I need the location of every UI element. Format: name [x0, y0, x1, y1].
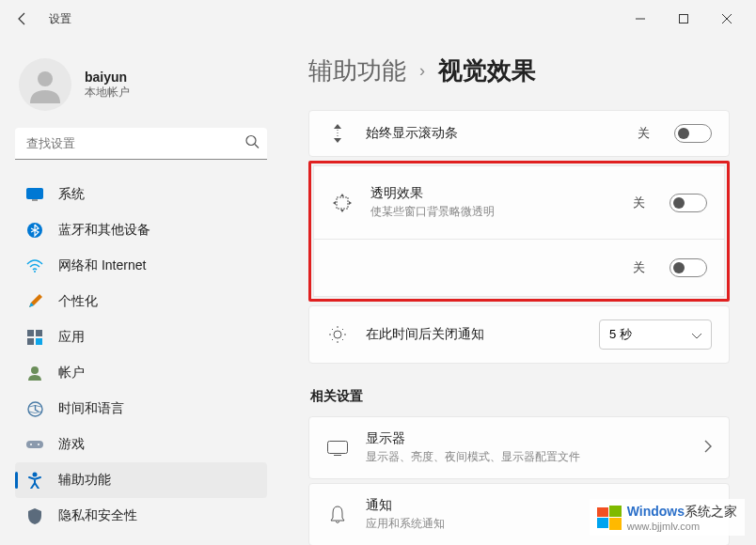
profile-name: baiyun: [85, 70, 130, 85]
unnamed-toggle[interactable]: [669, 258, 707, 277]
sun-icon: [326, 325, 349, 344]
svg-point-18: [33, 473, 38, 477]
transparency-toggle[interactable]: [669, 194, 707, 212]
svg-rect-10: [36, 330, 42, 336]
breadcrumb: 辅助功能 › 视觉效果: [308, 54, 730, 87]
privacy-icon: [26, 507, 43, 524]
back-arrow-icon: [15, 11, 30, 26]
svg-line-26: [332, 329, 333, 330]
search-input[interactable]: [15, 128, 267, 160]
svg-line-29: [342, 329, 343, 330]
svg-point-3: [246, 136, 256, 146]
main-content: 辅助功能 › 视觉效果 始终显示滚动条 关 透明效果 使某些窗口背景略微透明 关: [282, 38, 756, 545]
setting-notification-timeout: 在此时间后关闭通知 5 秒: [308, 305, 730, 364]
svg-rect-33: [609, 506, 622, 517]
setting-title: 始终显示滚动条: [366, 125, 621, 142]
scrollbar-toggle[interactable]: [674, 124, 712, 143]
svg-rect-12: [36, 338, 42, 345]
wifi-icon: [26, 257, 43, 274]
svg-rect-15: [26, 441, 43, 448]
svg-line-4: [255, 145, 259, 148]
svg-point-8: [34, 271, 36, 272]
sidebar-item-label: 辅助功能: [58, 472, 111, 489]
svg-rect-1: [680, 15, 688, 23]
bell-icon: [326, 506, 349, 524]
svg-rect-32: [597, 507, 608, 517]
svg-point-13: [31, 366, 39, 374]
sidebar-item-gaming[interactable]: 游戏: [15, 427, 267, 462]
titlebar: 设置: [0, 0, 756, 38]
chevron-down-icon: [692, 328, 701, 342]
accessibility-icon: [26, 472, 43, 489]
sidebar-item-bluetooth[interactable]: 蓝牙和其他设备: [15, 212, 267, 248]
sidebar-item-label: 蓝牙和其他设备: [58, 222, 150, 239]
link-subtitle: 显示器、亮度、夜间模式、显示器配置文件: [366, 449, 687, 465]
toggle-state: 关: [638, 125, 650, 142]
svg-rect-6: [32, 199, 38, 201]
svg-point-21: [334, 331, 341, 338]
sidebar-item-label: 个性化: [58, 293, 98, 310]
sidebar-item-system[interactable]: 系统: [15, 177, 267, 212]
chevron-right-icon: ›: [419, 61, 425, 81]
window-controls: [619, 4, 748, 34]
svg-rect-9: [27, 330, 34, 336]
back-button[interactable]: [8, 4, 38, 34]
search-icon[interactable]: [245, 135, 260, 153]
chevron-right-icon: [704, 440, 712, 457]
sidebar-item-accounts[interactable]: 帐户: [15, 355, 267, 391]
watermark-url: www.bjjmlv.com: [627, 521, 737, 532]
svg-rect-30: [328, 441, 348, 453]
setting-scrollbar: 始终显示滚动条 关: [308, 110, 730, 157]
game-icon: [26, 436, 43, 453]
close-button[interactable]: [705, 4, 748, 34]
related-settings-header: 相关设置: [310, 388, 730, 405]
highlight-annotation: 透明效果 使某些窗口背景略微透明 关 关: [308, 161, 730, 302]
sidebar-item-network[interactable]: 网络和 Internet: [15, 248, 267, 284]
svg-rect-20: [337, 197, 348, 209]
link-title: 显示器: [366, 430, 687, 447]
sidebar-item-label: 隐私和安全性: [58, 507, 137, 524]
sidebar-item-label: 应用: [58, 329, 85, 346]
svg-rect-34: [597, 518, 608, 528]
svg-line-28: [332, 339, 333, 340]
search-box: [15, 128, 267, 160]
sidebar: baiyun 本地帐户 系统 蓝牙和其他设备 网络和 Internet: [0, 38, 282, 545]
brush-icon: [26, 293, 43, 310]
svg-rect-5: [27, 189, 43, 199]
svg-line-27: [342, 339, 343, 340]
setting-title: 在此时间后关闭通知: [366, 326, 582, 343]
related-display[interactable]: 显示器 显示器、亮度、夜间模式、显示器配置文件: [308, 416, 730, 479]
dropdown-value: 5 秒: [609, 326, 632, 343]
setting-unnamed: 关: [313, 239, 725, 297]
avatar: [19, 58, 71, 111]
svg-rect-11: [27, 338, 34, 345]
watermark-brand: Windows: [627, 504, 685, 519]
svg-point-2: [38, 71, 53, 86]
sidebar-item-privacy[interactable]: 隐私和安全性: [15, 498, 267, 534]
time-icon: [26, 400, 43, 417]
sidebar-item-label: 系统: [58, 186, 85, 203]
sidebar-item-accessibility[interactable]: 辅助功能: [15, 462, 267, 498]
apps-icon: [26, 329, 43, 346]
breadcrumb-current: 视觉效果: [438, 54, 536, 87]
breadcrumb-parent[interactable]: 辅助功能: [308, 54, 406, 87]
sidebar-item-personalization[interactable]: 个性化: [15, 284, 267, 319]
bluetooth-icon: [26, 222, 43, 239]
sidebar-item-label: 网络和 Internet: [58, 257, 146, 274]
setting-transparency: 透明效果 使某些窗口背景略微透明 关: [313, 165, 725, 239]
nav-list: 系统 蓝牙和其他设备 网络和 Internet 个性化 应用 帐户: [15, 177, 267, 534]
profile-section[interactable]: baiyun 本地帐户: [15, 45, 267, 128]
watermark: Windows系统之家 www.bjjmlv.com: [590, 499, 745, 536]
toggle-state: 关: [633, 259, 645, 276]
sidebar-item-apps[interactable]: 应用: [15, 319, 267, 355]
profile-subtitle: 本地帐户: [85, 85, 130, 101]
sidebar-item-label: 帐户: [58, 365, 85, 382]
notification-timeout-dropdown[interactable]: 5 秒: [599, 319, 712, 350]
sidebar-item-time-language[interactable]: 时间和语言: [15, 391, 267, 427]
transparency-icon: [331, 194, 354, 212]
toggle-state: 关: [633, 195, 645, 211]
svg-rect-35: [609, 518, 622, 530]
setting-subtitle: 使某些窗口背景略微透明: [370, 204, 616, 220]
maximize-button[interactable]: [662, 4, 705, 34]
minimize-button[interactable]: [619, 4, 662, 34]
